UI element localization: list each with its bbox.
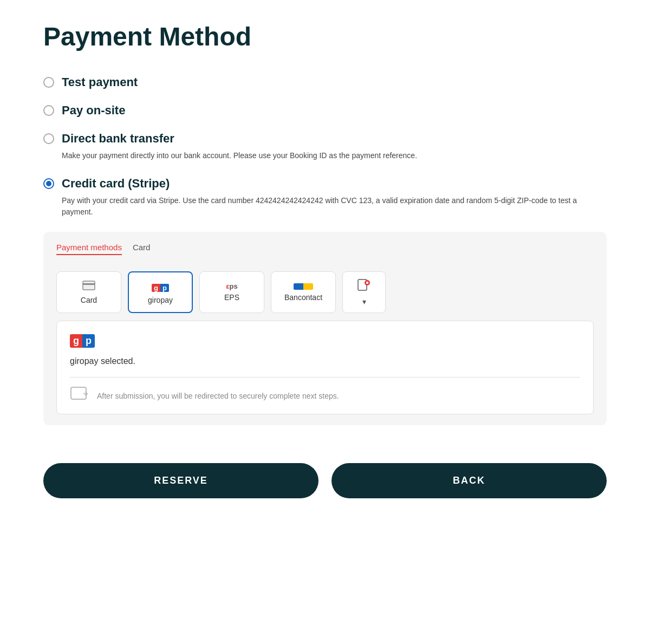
payment-option-test: Test payment	[43, 71, 607, 94]
pm-card-label: Card	[81, 296, 97, 304]
radio-stripe[interactable]	[43, 178, 54, 189]
ideal-icon	[357, 278, 371, 294]
stripe-panel: Payment methods Card Card	[43, 232, 607, 425]
option-label-onsite: Pay on-site	[62, 103, 125, 118]
redirect-notice: After submission, you will be redirected…	[70, 377, 580, 414]
radio-bank[interactable]	[43, 133, 54, 144]
bank-description: Make your payment directly into our bank…	[62, 150, 607, 161]
svg-rect-0	[83, 281, 95, 290]
bancontact-icon	[294, 283, 313, 290]
svg-rect-5	[71, 387, 86, 399]
pm-giropay-option[interactable]: gp giropay	[128, 271, 193, 313]
tab-payment-methods[interactable]: Payment methods	[56, 243, 122, 255]
payment-option-onsite: Pay on-site	[43, 99, 607, 122]
tab-card[interactable]: Card	[133, 243, 151, 255]
payment-methods-grid: Card gp giropay εps EPS	[56, 266, 594, 318]
payment-option-bank-row[interactable]: Direct bank transfer	[43, 127, 607, 150]
payment-options-list: Test payment Pay on-site Direct bank tra…	[43, 71, 607, 431]
svg-rect-1	[83, 283, 95, 285]
radio-test[interactable]	[43, 77, 54, 88]
payment-option-test-row[interactable]: Test payment	[43, 71, 607, 94]
pm-bancontact-option[interactable]: Bancontact	[271, 271, 336, 313]
pm-giropay-label: giropay	[148, 296, 173, 304]
stripe-description: Pay with your credit card via Stripe. Us…	[62, 195, 607, 218]
chevron-down-icon: ▾	[362, 297, 366, 306]
option-label-bank: Direct bank transfer	[62, 132, 174, 146]
redirect-text: After submission, you will be redirected…	[97, 392, 339, 400]
payment-option-bank: Direct bank transfer Make your payment d…	[43, 127, 607, 167]
giropay-selected-box: g p giropay selected. After submission, …	[56, 321, 594, 414]
giropay-logo-g: g	[70, 334, 82, 348]
page-title: Payment Method	[43, 22, 607, 51]
back-button[interactable]: BACK	[332, 463, 607, 498]
pm-eps-label: EPS	[224, 293, 239, 302]
eps-icon: εps	[226, 283, 237, 290]
reserve-button[interactable]: RESERVE	[43, 463, 318, 498]
payment-option-onsite-row[interactable]: Pay on-site	[43, 99, 607, 122]
svg-rect-4	[366, 282, 368, 284]
redirect-icon	[70, 386, 89, 405]
giropay-icon: gp	[152, 281, 169, 292]
buttons-row: RESERVE BACK	[43, 463, 607, 498]
pm-eps-option[interactable]: εps EPS	[199, 271, 264, 313]
pm-card-option[interactable]: Card	[56, 271, 121, 313]
giropay-logo-big: g p	[70, 334, 580, 348]
payment-option-stripe-row[interactable]: Credit card (Stripe)	[43, 172, 607, 195]
stripe-tabs: Payment methods Card	[56, 243, 594, 255]
giropay-logo-p: p	[82, 334, 95, 348]
radio-onsite[interactable]	[43, 105, 54, 116]
option-label-stripe: Credit card (Stripe)	[62, 177, 170, 191]
payment-option-stripe: Credit card (Stripe) Pay with your credi…	[43, 172, 607, 425]
pm-more-option[interactable]: ▾	[342, 271, 386, 313]
giropay-selected-text: giropay selected.	[70, 356, 580, 366]
pm-bancontact-label: Bancontact	[284, 293, 322, 302]
card-icon	[82, 281, 95, 292]
option-label-test: Test payment	[62, 75, 138, 89]
